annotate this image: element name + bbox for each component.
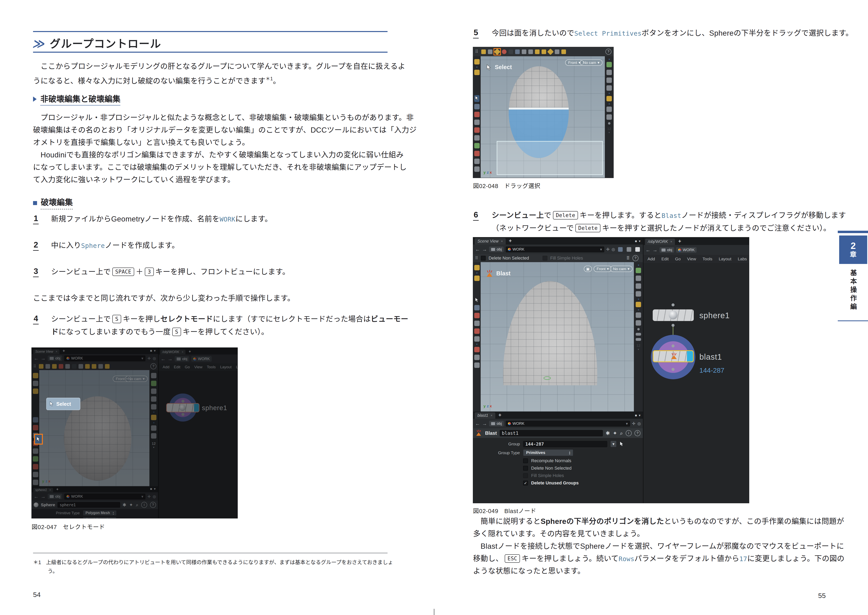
- step-5: 5: [473, 28, 479, 37]
- recompute-normals-label: Recompute Normals: [531, 458, 571, 464]
- arc-tool-icon: [474, 151, 480, 156]
- blast1-node-selected: [653, 350, 694, 362]
- section-heading-destructive: 破壊編集: [33, 196, 73, 208]
- light-toggle-on: [609, 93, 610, 94]
- lock-view-icon: [636, 276, 641, 281]
- blast-group-range-label: 144-287: [699, 367, 724, 374]
- display-flag: [687, 351, 693, 362]
- blast-output-dot: [671, 368, 674, 371]
- brush-select-icon: [528, 50, 533, 54]
- closing-para2-line1: Blastノードを接続した状態でSphereノードを選択、ワイヤーフレームが邪魔…: [473, 540, 844, 553]
- group-dropdown-icon: ▾: [610, 441, 617, 447]
- target-icon: [509, 50, 513, 54]
- figure-02-048: ⠿ ?: [473, 47, 614, 178]
- fill-simple-holes-label: Fill Simple Holes: [550, 256, 583, 261]
- lock-icon: ▣: [586, 267, 590, 271]
- param-tab-bar: blast1× + ■▾: [473, 412, 643, 419]
- menu-add: Add: [648, 256, 655, 261]
- paint-icon: [542, 50, 546, 54]
- page-title: ≫ グループコントロール: [33, 35, 161, 51]
- step-4: 4: [33, 314, 39, 323]
- crown-icon: [561, 50, 566, 54]
- menu-tools: Tools: [703, 256, 712, 261]
- node-input-dot: [671, 303, 674, 306]
- close-icon: ×: [501, 239, 503, 243]
- dot-icon: [608, 122, 610, 125]
- step-4-line2: ドになってしまいますのでもう一度Sキーを押してください）。: [51, 326, 269, 338]
- figure-02-047-caption: 図02-047 セレクトモード: [32, 522, 105, 531]
- orbit-icon: [474, 321, 480, 326]
- node-name-field: blast1: [500, 430, 603, 436]
- closing-para1-line1: 簡単に説明するとSphereの下半分のポリゴンを消したというものなのですが、この…: [473, 515, 844, 528]
- chapter-section-title: 基本操作編: [848, 269, 858, 311]
- display-icon: [474, 265, 480, 270]
- figure-dim-overlay: [32, 348, 237, 518]
- cursor-icon: [475, 297, 479, 303]
- shade-toggle-on: [609, 59, 610, 60]
- scene-viewport: 12 ▾ Select Front▾ No cam▾ y z x: [473, 56, 614, 178]
- headlight-icon: [606, 96, 612, 101]
- axis-tool-icon: [474, 143, 480, 148]
- notes-icon: [474, 355, 480, 360]
- pane-tab-bar: Scene View× + ■▾: [473, 237, 643, 245]
- figure-02-049: Scene View× + ■▾ ← → obj WORK▾ ✛ ◎ ⠿ Del…: [473, 237, 749, 503]
- para2-line1: Houdiniでも直接的なポリゴン編集はできますが、たやすく破壊編集となってしま…: [33, 148, 404, 161]
- step-number: 2: [33, 240, 39, 251]
- step-number: 4: [33, 314, 39, 325]
- title-chevron-icon: ≫: [32, 37, 47, 50]
- group-param-label: Group: [478, 442, 520, 446]
- step-6-line2: （ネットワークビューでDeleteキーを押すと選択したノードが消えてしまうのでご…: [492, 222, 831, 234]
- pen-icon: [636, 338, 641, 341]
- cube-view-icon: [618, 247, 623, 252]
- select-objects-icon: [488, 50, 492, 54]
- camera-icon: [636, 291, 641, 297]
- param-rows: Group 144-287 ▾ Group Type Primitives▴▾ …: [473, 441, 643, 503]
- arc-tool-icon: [474, 347, 480, 352]
- sphere-node-icon: [669, 311, 678, 319]
- delete-non-selected-checkbox: [481, 256, 486, 261]
- presets-icon: ✦: [613, 430, 617, 436]
- prims-toggle-on: [476, 67, 478, 68]
- step-1: 1: [33, 214, 39, 223]
- menu-view: View: [687, 256, 696, 261]
- network-pane: /obj/WORK× + ←→ obj WORK AddEdit GoView …: [643, 237, 749, 503]
- closing-para2-line3: ような状態になったと思います。: [473, 565, 585, 578]
- check-icon: ✓: [524, 481, 527, 485]
- snap-icon: [547, 48, 554, 55]
- para2-line2: になってしまいます。ここでは破壊編集のデメリットを理解していただき、それを非破壊…: [33, 161, 407, 173]
- pane-divider: [643, 237, 643, 503]
- step-5-text: 今回は面を消したいのでSelect Primitivesボタンをオンにし、Sph…: [492, 27, 853, 40]
- step-number: 3: [33, 267, 39, 277]
- footnote-rule: [33, 553, 387, 553]
- lasso-icon: [522, 50, 526, 54]
- tab-scene-view: Scene View×: [475, 238, 506, 245]
- step-4-line1: シーンビュー上でSキーを押しセレクトモードにします（すでにセレクトモードだった場…: [51, 313, 408, 325]
- axis-gnomon: y z x: [484, 170, 492, 175]
- chapter-number: 2: [851, 241, 856, 251]
- figure-02-048-caption: 図02-048 ドラッグ選択: [473, 181, 540, 190]
- title-rule-bottom: [33, 52, 387, 53]
- tab-blast1: blast1×: [475, 412, 495, 419]
- group-type-dropdown: Primitives▴▾: [523, 450, 573, 456]
- prims-toggle-on: [476, 272, 478, 273]
- gear-icon: ✱: [606, 430, 610, 436]
- forward-icon: →: [482, 247, 487, 252]
- blast-icon: [670, 353, 678, 359]
- para1-line2: 破壊編集はその名のとおり「オリジナルデータを変更しない編集」のことですが、DCC…: [33, 124, 417, 136]
- page-number-left: 54: [33, 591, 41, 599]
- group-value-field: 144-287: [523, 441, 607, 447]
- notes-icon: [474, 159, 480, 164]
- cursor-icon: [50, 401, 54, 407]
- back-icon: ←: [475, 247, 480, 252]
- viewport-node-label: Blast: [496, 270, 510, 277]
- footnote-marker: ＊1: [33, 559, 41, 565]
- step-3-text: シーンビュー上でSPACE＋3キーを押し、フロントビューにします。: [51, 265, 290, 278]
- sort-icon: ⠿: [626, 256, 630, 261]
- footnote-line1: ＊1上級者になるとグループの代わりにアトリビュートを用いて同様の作業もできるよう…: [33, 558, 393, 567]
- help-icon: ?: [634, 430, 640, 436]
- geo-icon: [508, 248, 511, 251]
- network-tab-bar: /obj/WORK× +: [643, 237, 749, 245]
- left-tool-strip: [473, 262, 481, 412]
- group-type-label: Group Type: [478, 450, 520, 455]
- delete-unused-groups-label: Delete Unused Groups: [531, 481, 579, 485]
